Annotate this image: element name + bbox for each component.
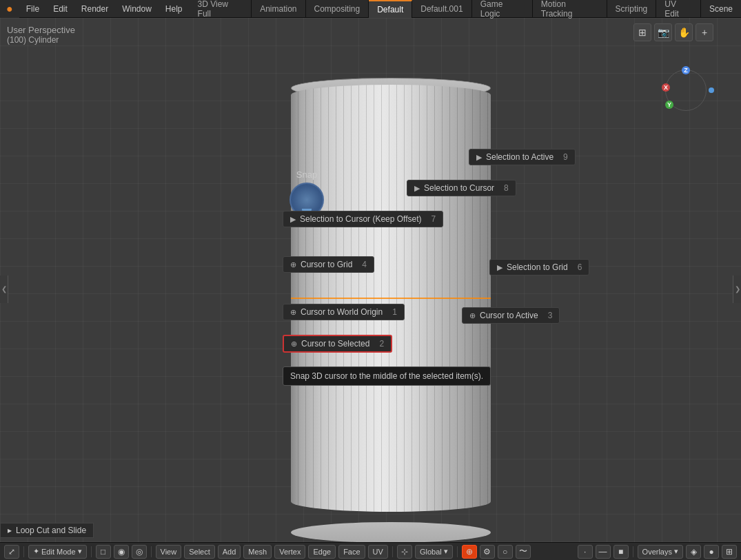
camera-btn[interactable]: 📷 [654, 23, 672, 41]
cursor-to-active-icon: ⊕ [469, 311, 476, 320]
cursor-to-grid-shortcut: 4 [362, 260, 367, 269]
tooltip-text: Snap 3D cursor to the middle of the sele… [290, 371, 483, 381]
menu-window[interactable]: Window [115, 0, 159, 18]
face-select-btn[interactable]: ■ [613, 545, 629, 559]
viewport: ❮ User Perspective (100) Cylinder ⊞ 📷 ✋ … [0, 18, 741, 560]
proportional-edit-btn[interactable]: ○ [498, 545, 513, 559]
wireframe-btn[interactable]: □ [96, 545, 111, 559]
cursor-to-world-origin-icon: ⊕ [290, 308, 296, 317]
selection-to-active-label: Selection to Active [486, 152, 554, 162]
overlays-label: Overlays [642, 548, 672, 556]
grid-view-btn[interactable]: ⊞ [633, 23, 651, 41]
selection-to-cursor-label: Selection to Cursor [424, 183, 494, 193]
selection-to-grid-label: Selection to Grid [507, 262, 568, 272]
tab-compositing[interactable]: Compositing [306, 0, 369, 18]
viewport-info: User Perspective (100) Cylinder [7, 25, 75, 45]
select-menu[interactable]: Select [184, 545, 215, 559]
separator-4 [392, 546, 393, 557]
viewport-shading-btn[interactable]: ● [704, 545, 719, 559]
snap-tooltip: Snap 3D cursor to the middle of the sele… [283, 366, 491, 386]
selection-to-cursor-keep-offset-icon: ▶ [290, 215, 296, 224]
gizmo-y-axis[interactable]: Y [665, 101, 673, 109]
cursor-to-grid-label: Cursor to Grid [301, 260, 352, 269]
view-menu[interactable]: View [156, 545, 182, 559]
mode-selector[interactable]: ✦ Edit Mode ▾ [28, 545, 87, 559]
tab-scripting[interactable]: Scripting [607, 0, 657, 18]
face-menu-label: Face [343, 548, 360, 556]
selection-to-grid-icon: ▶ [497, 263, 503, 272]
cylinder-bottom-cap [291, 522, 491, 543]
loopcut-triangle-icon: ▸ [8, 526, 12, 535]
cursor-to-grid-icon: ⊕ [290, 260, 296, 269]
menu-render[interactable]: Render [74, 0, 115, 18]
cursor-to-selected-icon: ⊕ [291, 340, 297, 349]
snap-cursor-to-active[interactable]: ⊕ Cursor to Active 3 [462, 307, 560, 324]
snap-cursor-to-selected[interactable]: ⊕ Cursor to Selected 2 [283, 335, 392, 353]
solid-btn[interactable]: ◉ [114, 545, 129, 559]
transform-orientation-btn[interactable]: ⤢ [4, 545, 19, 559]
tab-default001[interactable]: Default.001 [412, 0, 471, 18]
gizmo-z-axis[interactable]: Z [682, 66, 690, 74]
edge-menu[interactable]: Edge [308, 545, 336, 559]
snap-selection-to-cursor[interactable]: ▶ Selection to Cursor 8 [407, 180, 516, 196]
face-menu[interactable]: Face [338, 545, 365, 559]
tab-3dviewfull[interactable]: 3D View Full [190, 0, 252, 18]
plus-btn[interactable]: + [696, 23, 713, 41]
selection-to-grid-shortcut: 6 [578, 262, 582, 272]
cursor-to-world-origin-shortcut: 1 [392, 307, 397, 317]
overlays-btn[interactable]: Overlays ▾ [638, 545, 683, 559]
tab-gamelogic[interactable]: Game Logic [472, 0, 533, 18]
edge-select-btn[interactable]: — [596, 545, 611, 559]
menu-help[interactable]: Help [159, 0, 190, 18]
global-chevron: ▾ [444, 547, 448, 556]
menu-edit[interactable]: Edit [46, 0, 74, 18]
cylinder-body [291, 85, 491, 512]
mode-selector-label: Edit Mode [41, 548, 76, 556]
mesh-menu[interactable]: Mesh [243, 545, 272, 559]
select-menu-label: Select [189, 548, 210, 556]
xray-btn[interactable]: ◈ [686, 545, 701, 559]
tab-animation[interactable]: Animation [252, 0, 305, 18]
separator-6 [633, 546, 633, 557]
snap-settings-btn[interactable]: ⚙ [480, 545, 495, 559]
material-preview-btn[interactable]: ◎ [132, 545, 147, 559]
gizmo-x-axis[interactable]: X [662, 83, 670, 92]
right-panel-toggle[interactable]: ❯ [733, 276, 741, 303]
loopcut-text: Loop Cut and Slide [16, 526, 86, 535]
global-selector[interactable]: Global ▾ [415, 545, 453, 559]
selection-to-active-icon: ▶ [476, 153, 482, 162]
snap-cursor-to-world-origin[interactable]: ⊕ Cursor to World Origin 1 [283, 304, 405, 320]
selection-to-cursor-icon: ▶ [414, 184, 420, 193]
snap-btn[interactable]: ⊕ [462, 545, 477, 559]
vertex-select-btn[interactable]: · [578, 545, 593, 559]
uv-menu-label: UV [373, 548, 383, 556]
mesh-menu-label: Mesh [248, 548, 267, 556]
menu-file[interactable]: File [19, 0, 46, 18]
cursor-to-active-shortcut: 3 [548, 311, 553, 320]
orientation-gizmo[interactable]: Z Y X [662, 66, 710, 114]
uv-menu[interactable]: UV [368, 545, 388, 559]
tab-uvedit[interactable]: UV Edit [656, 0, 701, 18]
selection-to-active-shortcut: 9 [563, 152, 568, 162]
tab-default[interactable]: Default [369, 0, 412, 18]
object-label: (100) Cylinder [7, 35, 75, 45]
left-panel-toggle[interactable]: ❮ [0, 276, 8, 303]
separator-2 [91, 546, 92, 557]
viewport-extra-btn[interactable]: ⊞ [722, 545, 737, 559]
cursor-to-selected-label: Cursor to Selected [301, 339, 369, 349]
vertex-menu[interactable]: Vertex [274, 545, 305, 559]
hand-btn[interactable]: ✋ [675, 23, 693, 41]
snap-cursor-to-grid[interactable]: ⊕ Cursor to Grid 4 [283, 256, 374, 273]
add-menu-label: Add [223, 548, 236, 556]
snap-selection-to-cursor-keep-offset[interactable]: ▶ Selection to Cursor (Keep Offset) 7 [283, 211, 443, 227]
loopcut-label: ▸ Loop Cut and Slide [0, 523, 94, 538]
snap-selection-to-active[interactable]: ▶ Selection to Active 9 [469, 149, 576, 165]
add-menu[interactable]: Add [218, 545, 241, 559]
workspace-tabs: 3D View Full Animation Compositing Defau… [190, 0, 701, 18]
tab-motiontracking[interactable]: Motion Tracking [533, 0, 607, 18]
proportional-type-btn[interactable]: 〜 [516, 545, 531, 559]
snap-selection-to-grid[interactable]: ▶ Selection to Grid 6 [489, 259, 589, 276]
separator-1 [23, 546, 24, 557]
selection-to-cursor-shortcut: 8 [504, 183, 509, 193]
selection-to-cursor-keep-offset-shortcut: 7 [432, 214, 436, 224]
